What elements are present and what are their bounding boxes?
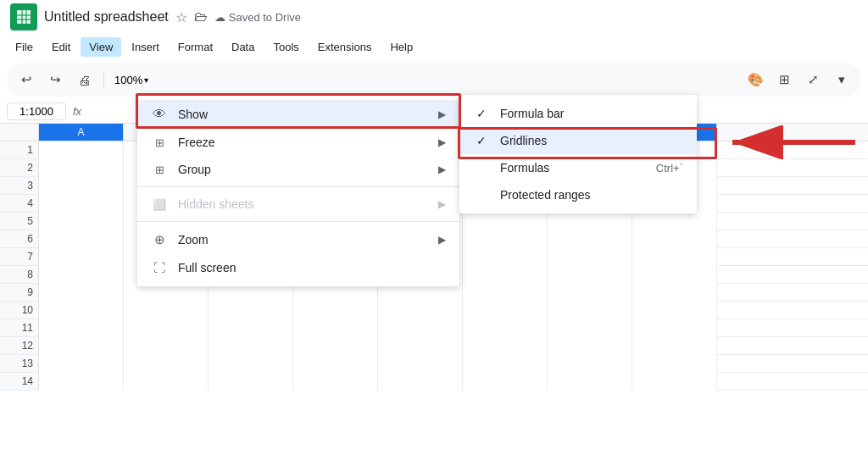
grid-cell[interactable] [39,302,124,319]
row-header-5[interactable]: 5 [0,213,39,230]
menu-format[interactable]: Format [170,37,221,57]
grid-cell[interactable] [632,266,717,284]
grid-cell[interactable] [209,302,293,319]
grid-cell[interactable] [209,337,293,355]
grid-cell[interactable] [39,230,124,248]
grid-cell[interactable] [378,337,463,355]
row-header-1[interactable]: 1 [0,141,39,158]
grid-cell[interactable] [632,373,717,391]
grid-cell[interactable] [378,373,463,391]
grid-cell[interactable] [124,373,209,391]
row-header-10[interactable]: 10 [0,302,39,319]
view-menu-dropdown[interactable]: 👁 Show ▶ ⊞ Freeze ▶ ⊞ Group ▶ ⬜ Hidden s… [137,95,459,286]
row-header-7[interactable]: 7 [0,248,39,265]
grid-cell[interactable] [548,302,632,319]
row-header-11[interactable]: 11 [0,319,39,336]
paint-format-button[interactable]: 🎨 [743,67,768,92]
menu-show-item[interactable]: 👁 Show ▶ [137,100,459,129]
grid-cell[interactable] [124,302,209,319]
grid-cell[interactable] [39,319,124,337]
cell-reference-box[interactable]: 1:1000 [7,103,66,120]
zoom-selector[interactable]: 1:1000 100% ▾ [111,72,152,88]
grid-cell[interactable] [39,337,124,355]
grid-cell[interactable] [632,248,717,266]
menu-help[interactable]: Help [381,37,421,57]
grid-cell[interactable] [632,355,717,373]
grid-cell[interactable] [463,248,548,266]
submenu-gridlines[interactable]: ✓ Gridlines [459,127,697,154]
grid-cell[interactable] [209,319,293,337]
menu-file[interactable]: File [7,37,42,57]
grid-cell[interactable] [293,355,378,373]
row-header-6[interactable]: 6 [0,230,39,247]
show-submenu[interactable]: ✓ Formula bar ✓ Gridlines ✓ Formulas Ctr… [459,95,697,213]
grid-cell[interactable] [378,284,463,302]
row-header-12[interactable]: 12 [0,337,39,354]
grid-cell[interactable] [378,319,463,337]
grid-cell[interactable] [39,284,124,302]
menu-freeze-item[interactable]: ⊞ Freeze ▶ [137,129,459,156]
grid-cell[interactable] [463,284,548,302]
grid-cell[interactable] [632,284,717,302]
grid-cell[interactable] [124,337,209,355]
grid-cell[interactable] [548,248,632,266]
grid-cell[interactable] [293,373,378,391]
grid-cell[interactable] [463,319,548,337]
col-header-a[interactable]: A [39,124,124,141]
menu-hidden-sheets-item[interactable]: ⬜ Hidden sheets ▶ [137,191,459,218]
menu-tools[interactable]: Tools [264,37,307,57]
grid-cell[interactable] [548,230,632,248]
menu-view[interactable]: View [81,37,121,57]
grid-cell[interactable] [124,284,209,302]
grid-cell[interactable] [548,355,632,373]
grid-cell[interactable] [209,284,293,302]
grid-cell[interactable] [548,284,632,302]
grid-cell[interactable] [463,230,548,248]
expand-icon-button[interactable]: ⤢ [800,67,826,92]
grid-cell[interactable] [39,195,124,213]
row-header-13[interactable]: 13 [0,355,39,372]
submenu-formulas[interactable]: ✓ Formulas Ctrl+` [459,154,697,181]
grid-cell[interactable] [548,213,632,230]
grid-cell[interactable] [548,319,632,337]
grid-cell[interactable] [632,337,717,355]
row-header-14[interactable]: 14 [0,373,39,390]
grid-cell[interactable] [463,373,548,391]
grid-cell[interactable] [39,141,124,159]
grid-cell[interactable] [632,230,717,248]
grid-cell[interactable] [463,302,548,319]
grid-cell[interactable] [293,337,378,355]
row-header-9[interactable]: 9 [0,284,39,301]
grid-cell[interactable] [463,337,548,355]
grid-cell[interactable] [124,319,209,337]
submenu-protected-ranges[interactable]: ✓ Protected ranges [459,181,697,208]
grid-cell[interactable] [39,266,124,284]
row-header-2[interactable]: 2 [0,159,39,176]
folder-icon[interactable]: 🗁 [194,9,208,25]
grid-cell[interactable] [39,355,124,373]
menu-insert[interactable]: Insert [123,37,168,57]
grid-cell[interactable] [632,213,717,230]
grid-cell[interactable] [39,373,124,391]
grid-cell[interactable] [463,355,548,373]
grid-cell[interactable] [124,355,209,373]
submenu-formula-bar[interactable]: ✓ Formula bar [459,100,697,127]
menu-zoom-item[interactable]: ⊕ Zoom ▶ [137,225,459,254]
menu-extensions[interactable]: Extensions [309,37,381,57]
grid-cell[interactable] [378,355,463,373]
grid-cell[interactable] [209,355,293,373]
menu-fullscreen-item[interactable]: ⛶ Full screen [137,254,459,281]
undo-button[interactable]: ↩ [14,67,39,92]
grid-cell[interactable] [209,373,293,391]
row-header-8[interactable]: 8 [0,266,39,283]
grid-cell[interactable] [463,266,548,284]
grid-cell[interactable] [293,284,378,302]
print-button[interactable]: 🖨 [71,67,97,92]
grid-cell[interactable] [293,319,378,337]
grid-cell[interactable] [548,373,632,391]
grid-cell[interactable] [632,302,717,319]
grid-cell[interactable] [463,213,548,230]
grid-cell[interactable] [293,302,378,319]
grid-cell[interactable] [548,337,632,355]
grid-cell[interactable] [39,159,124,177]
